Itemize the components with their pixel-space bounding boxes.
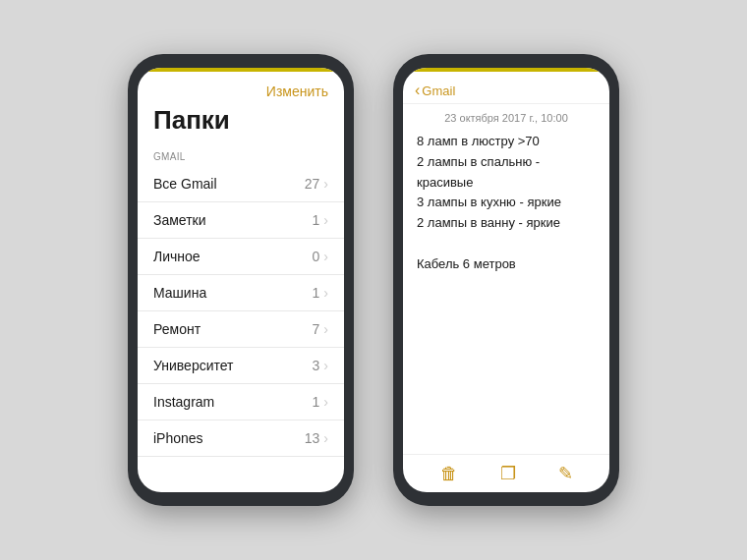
folder-name: Заметки	[153, 212, 206, 228]
back-chevron-icon: ‹	[415, 82, 420, 99]
trash-icon[interactable]: 🗑	[440, 464, 458, 484]
phone-1: Изменить Папки GMAIL Все Gmail27›Заметки…	[128, 54, 354, 506]
folder-name: Машина	[153, 285, 206, 301]
folder-item[interactable]: Машина1›	[138, 275, 344, 311]
folder-item[interactable]: Все Gmail27›	[138, 166, 344, 202]
folders-title-area: Папки	[138, 103, 344, 141]
share-icon[interactable]: ❐	[500, 463, 516, 484]
note-content: 23 октября 2017 г., 10:00 8 ламп в люстр…	[403, 104, 609, 454]
chevron-right-icon: ›	[323, 212, 328, 228]
note-nav: ‹ Gmail	[403, 72, 609, 104]
folder-count-area: 7›	[313, 321, 328, 337]
section-label: GMAIL	[138, 141, 344, 166]
folders-title: Папки	[153, 105, 328, 136]
folder-count: 27	[305, 176, 320, 192]
folder-count: 1	[313, 394, 320, 410]
folder-item[interactable]: Instagram1›	[138, 384, 344, 420]
folder-name: Университет	[153, 358, 233, 373]
folders-header: Изменить	[138, 72, 344, 103]
compose-icon[interactable]: ✎	[558, 463, 573, 484]
folder-count: 7	[313, 321, 320, 337]
folder-item[interactable]: Личное0›	[138, 239, 344, 275]
folder-count: 13	[305, 430, 320, 446]
note-text: 8 ламп в люстру >70 2 лампы в спальню - …	[417, 132, 596, 275]
folder-list: Все Gmail27›Заметки1›Личное0›Машина1›Рем…	[138, 166, 344, 492]
note-toolbar: 🗑 ❐ ✎	[403, 454, 609, 492]
folder-count: 1	[313, 212, 320, 228]
chevron-right-icon: ›	[323, 176, 328, 192]
folder-count: 0	[313, 249, 320, 264]
chevron-right-icon: ›	[323, 321, 328, 337]
folder-name: Ремонт	[153, 321, 201, 337]
back-button[interactable]: ‹ Gmail	[415, 82, 455, 99]
folder-name: Instagram	[153, 394, 214, 410]
folder-count-area: 13›	[305, 430, 328, 446]
folder-name: Личное	[153, 249, 201, 264]
back-label: Gmail	[422, 84, 455, 98]
chevron-right-icon: ›	[323, 285, 328, 301]
folder-count-area: 1›	[313, 394, 328, 410]
chevron-right-icon: ›	[323, 358, 328, 373]
folder-item[interactable]: iPhones13›	[138, 420, 344, 457]
edit-button[interactable]: Изменить	[266, 84, 328, 99]
folder-item[interactable]: Ремонт7›	[138, 311, 344, 348]
folder-count-area: 1›	[313, 212, 328, 228]
folder-count-area: 3›	[313, 358, 328, 373]
folder-item[interactable]: Заметки1›	[138, 202, 344, 239]
folder-count-area: 0›	[313, 249, 328, 264]
chevron-right-icon: ›	[323, 430, 328, 446]
folder-item[interactable]: Университет3›	[138, 348, 344, 384]
chevron-right-icon: ›	[323, 394, 328, 410]
note-screen: ‹ Gmail 23 октября 2017 г., 10:00 8 ламп…	[403, 68, 609, 492]
note-date: 23 октября 2017 г., 10:00	[417, 112, 596, 124]
folder-count: 1	[313, 285, 320, 301]
folder-count-area: 27›	[305, 176, 328, 192]
phone-2: ‹ Gmail 23 октября 2017 г., 10:00 8 ламп…	[393, 54, 619, 506]
folder-name: iPhones	[153, 430, 203, 446]
folder-count: 3	[313, 358, 320, 373]
chevron-right-icon: ›	[323, 249, 328, 264]
folder-name: Все Gmail	[153, 176, 217, 192]
folder-count-area: 1›	[313, 285, 328, 301]
folders-screen: Изменить Папки GMAIL Все Gmail27›Заметки…	[138, 68, 344, 492]
